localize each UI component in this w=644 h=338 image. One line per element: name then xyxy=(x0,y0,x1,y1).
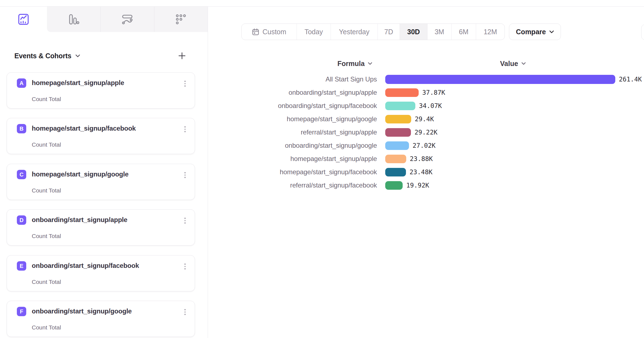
series-label: referral/start_signup/apple xyxy=(0,128,377,136)
series-label: homepage/start_signup/apple xyxy=(0,155,377,163)
events-cohorts-title: Events & Cohorts xyxy=(14,52,72,60)
range-3m[interactable]: 3M xyxy=(427,24,451,40)
range-7d[interactable]: 7D xyxy=(378,24,400,40)
series-bar[interactable] xyxy=(385,168,406,176)
range-label: 30D xyxy=(407,28,420,36)
series-value: 34.07K xyxy=(419,102,442,109)
event-card-d[interactable]: D onboarding/start_signup/apple Count To… xyxy=(7,209,195,245)
chart-row: referral/start_signup/apple 29.22K xyxy=(0,126,644,139)
chevron-down-icon xyxy=(75,54,80,57)
formula-header-label: Formula xyxy=(337,60,365,68)
event-metric[interactable]: Count Total xyxy=(32,279,61,285)
compare-button[interactable]: Compare xyxy=(509,23,561,40)
series-label: homepage/start_signup/facebook xyxy=(0,168,377,176)
app-window: Events & Cohorts A homepage/start_signup… xyxy=(0,0,644,338)
value-header-label: Value xyxy=(500,60,518,68)
chart-row: onboarding/start_signup/google 27.02K xyxy=(0,139,644,152)
event-name: onboarding/start_signup/apple xyxy=(32,216,127,224)
event-name: onboarding/start_signup/google xyxy=(32,307,132,315)
range-yesterday[interactable]: Yesterday xyxy=(331,24,378,40)
chevron-down-icon xyxy=(368,62,372,65)
chart-row: referral/start_signup/facebook 19.92K xyxy=(0,179,644,192)
series-value: 23.48K xyxy=(410,168,432,176)
series-value: 27.02K xyxy=(413,142,436,149)
chart-row: onboarding/start_signup/apple 37.87K xyxy=(0,86,644,99)
range-custom[interactable]: Custom xyxy=(242,24,297,40)
tab-flows[interactable] xyxy=(100,7,154,32)
chart-row: homepage/start_signup/apple 23.88K xyxy=(0,152,644,165)
event-name: onboarding/start_signup/facebook xyxy=(32,262,139,270)
series-bar[interactable] xyxy=(385,115,411,123)
series-label: homepage/start_signup/google xyxy=(0,115,377,123)
series-bar[interactable] xyxy=(385,141,409,150)
events-cohorts-dropdown[interactable]: Events & Cohorts xyxy=(14,52,80,60)
chart-type-tab-strip xyxy=(47,7,208,32)
kebab-menu-icon[interactable] xyxy=(182,216,188,225)
insights-line-chart-icon xyxy=(18,14,29,25)
event-metric[interactable]: Count Total xyxy=(32,324,61,331)
event-metric[interactable]: Count Total xyxy=(32,233,61,239)
series-label: onboarding/start_signup/google xyxy=(0,142,377,149)
range-label: Yesterday xyxy=(339,28,369,36)
calendar-icon xyxy=(252,28,259,36)
add-event-button[interactable] xyxy=(178,52,186,60)
tab-insights-active[interactable] xyxy=(0,7,47,32)
event-badge-d: D xyxy=(17,215,26,225)
formula-column-header[interactable]: Formula xyxy=(324,59,385,68)
tab-bar-chart[interactable] xyxy=(47,7,100,32)
compare-label: Compare xyxy=(516,28,546,36)
range-12m[interactable]: 12M xyxy=(476,24,505,40)
chevron-down-icon xyxy=(549,30,554,33)
range-today[interactable]: Today xyxy=(297,24,331,40)
bar-chart: All Start Sign Ups 261.4K onboarding/sta… xyxy=(0,73,644,192)
event-badge-f: F xyxy=(17,307,26,316)
kebab-menu-icon[interactable] xyxy=(182,308,188,316)
series-bar[interactable] xyxy=(385,128,411,137)
series-value: 23.88K xyxy=(410,155,433,162)
range-label: 12M xyxy=(484,28,497,36)
chart-row: homepage/start_signup/facebook 23.48K xyxy=(0,165,644,179)
series-bar[interactable] xyxy=(385,155,406,163)
range-6m[interactable]: 6M xyxy=(451,24,476,40)
series-bar[interactable] xyxy=(385,181,403,190)
range-label: 6M xyxy=(459,28,469,36)
chart-row: All Start Sign Ups 261.4K xyxy=(0,73,644,86)
range-label: Custom xyxy=(262,28,286,36)
retention-grid-icon xyxy=(176,14,186,25)
series-bar[interactable] xyxy=(385,88,419,97)
range-label: 7D xyxy=(384,28,393,36)
series-label: onboarding/start_signup/apple xyxy=(0,89,377,96)
event-card-e[interactable]: E onboarding/start_signup/facebook Count… xyxy=(7,255,195,291)
event-card-f[interactable]: F onboarding/start_signup/google Count T… xyxy=(7,301,195,337)
range-30d-selected[interactable]: 30D xyxy=(400,24,427,40)
range-label: Today xyxy=(305,28,323,36)
kebab-menu-icon[interactable] xyxy=(182,262,188,271)
tab-retention[interactable] xyxy=(154,7,208,32)
event-badge-e: E xyxy=(17,261,26,271)
bar-chart-icon xyxy=(68,14,79,25)
series-label: All Start Sign Ups xyxy=(0,75,377,83)
series-label: onboarding/start_signup/facebook xyxy=(0,102,377,110)
chart-row: onboarding/start_signup/facebook 34.07K xyxy=(0,99,644,112)
series-value: 19.92K xyxy=(406,182,429,189)
value-column-header[interactable]: Value xyxy=(482,59,544,68)
series-value: 261.4K xyxy=(619,76,642,83)
chevron-down-icon xyxy=(521,62,526,65)
clipped-edge-button[interactable] xyxy=(641,24,644,40)
chart-row: homepage/start_signup/google 29.4K xyxy=(0,112,644,126)
series-value: 29.22K xyxy=(415,129,437,136)
series-value: 29.4K xyxy=(415,115,434,123)
series-bar[interactable] xyxy=(385,102,415,110)
series-label: referral/start_signup/facebook xyxy=(0,181,377,189)
series-bar[interactable] xyxy=(385,75,615,84)
series-value: 37.87K xyxy=(422,89,445,96)
range-label: 3M xyxy=(435,28,444,36)
events-cohorts-header: Events & Cohorts xyxy=(14,51,186,61)
date-range-control: Custom Today Yesterday 7D 30D 3M 6M 12M xyxy=(241,23,505,40)
flows-icon xyxy=(122,14,133,25)
